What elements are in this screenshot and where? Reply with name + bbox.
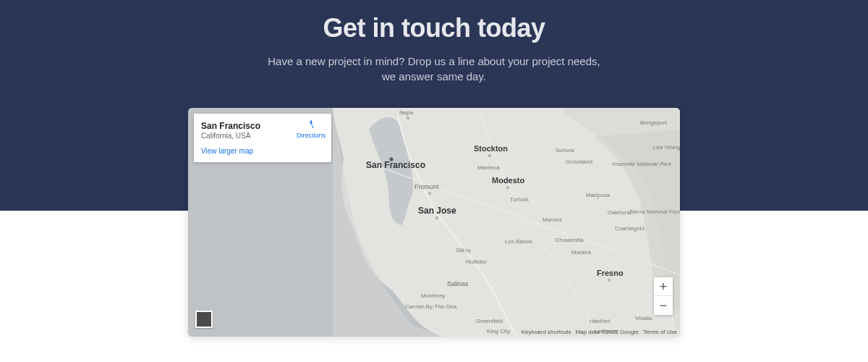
map-embed[interactable]: Napa Stockton Sonora Groveland San Franc… xyxy=(188,108,680,337)
terms-link[interactable]: Terms of Use xyxy=(643,329,677,335)
keyboard-shortcuts-link[interactable]: Keyboard shortcuts xyxy=(522,329,571,335)
map-dot xyxy=(608,279,610,282)
directions-icon xyxy=(305,119,317,131)
map-dot xyxy=(435,216,438,219)
page-subtitle: Have a new project in mind? Drop us a li… xyxy=(268,54,600,84)
map-dot xyxy=(488,154,491,157)
map-data-label: Map data ©2022 Google xyxy=(576,329,639,335)
zoom-out-button[interactable]: − xyxy=(654,296,673,315)
zoom-control: + − xyxy=(654,277,673,315)
map-info-card: San Francisco California, USA View large… xyxy=(194,114,331,162)
view-larger-map-link[interactable]: View larger map xyxy=(201,147,253,155)
map-dot xyxy=(506,186,509,189)
satellite-toggle[interactable] xyxy=(195,311,213,328)
map-attribution: Keyboard shortcuts Map data ©2022 Google… xyxy=(522,329,677,335)
directions-button[interactable]: Directions xyxy=(297,119,326,139)
map-dot xyxy=(389,157,393,161)
zoom-in-button[interactable]: + xyxy=(654,277,673,296)
hero-content: Get in touch today Have a new project in… xyxy=(0,0,868,84)
directions-label: Directions xyxy=(297,132,326,139)
map-dot xyxy=(407,117,409,119)
map-dot xyxy=(428,192,431,195)
page-title: Get in touch today xyxy=(0,13,868,43)
